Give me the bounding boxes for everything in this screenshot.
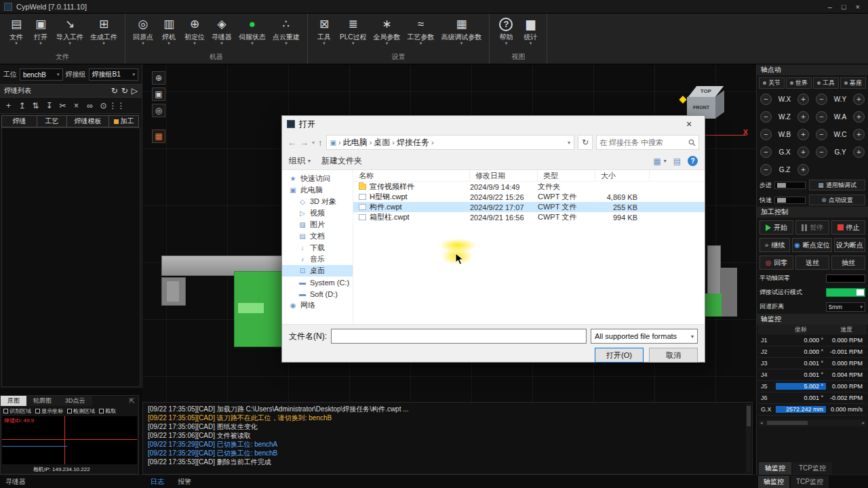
jog-mode-button[interactable]: 基座 (840, 77, 866, 89)
ribbon-button[interactable]: ↘ 导入工件 ▾ (53, 15, 87, 51)
ribbon-button[interactable]: ≈ 工艺参数 ▾ (403, 15, 437, 51)
ribbon-button[interactable]: ▦ 高级调试参数 ▾ (437, 15, 485, 51)
view-mode-icon[interactable]: ▦ (653, 157, 660, 166)
expand-icon[interactable]: ⇱ (130, 397, 138, 405)
file-row[interactable]: 构件.cwpt 2024/9/22 17:07 CWPT 文件 255 KB (353, 202, 705, 212)
jog-plus-button[interactable]: + (797, 94, 809, 105)
seeker-option-checkbox[interactable]: 识别区域 (3, 407, 31, 415)
sidebar-item[interactable]: ▬ System (C:) (282, 277, 353, 288)
delete-icon[interactable]: × (71, 100, 82, 111)
open-button[interactable]: 打开(O) (595, 348, 644, 363)
back-button[interactable]: ← (288, 138, 296, 148)
jog-minus-button[interactable]: − (816, 111, 827, 123)
add-seam-icon[interactable]: + (3, 100, 14, 111)
file-row[interactable]: 宣传视频样件 2024/9/9 14:49 文件夹 (353, 182, 705, 192)
home-button[interactable]: ◎ 回零 (760, 256, 793, 270)
sidebar-item[interactable]: ▣ 此电脑 (282, 184, 353, 196)
wire-feed-button[interactable]: 送丝 (795, 256, 829, 270)
file-type-filter-select[interactable]: All supported file formats ▾ (591, 329, 698, 344)
seeker-option-checkbox[interactable]: 截取 (99, 407, 116, 415)
refresh-button[interactable]: ↻ (578, 135, 593, 150)
capture-icon[interactable]: ▦ (152, 129, 165, 143)
ribbon-button[interactable]: ∗ 全局参数 ▾ (370, 15, 403, 51)
jog-minus-button[interactable]: − (816, 129, 827, 140)
ribbon-button[interactable]: ⊕ 初定位 ▾ (181, 15, 208, 51)
start-button[interactable]: 开始 (760, 220, 793, 235)
column-header[interactable]: 焊缝模板 (66, 115, 109, 127)
jog-minus-button[interactable]: − (816, 146, 827, 158)
tab-alarm[interactable]: 报警 (171, 477, 198, 487)
close-button[interactable]: × (856, 3, 860, 11)
filename-input[interactable] (331, 329, 587, 344)
step-slider[interactable] (774, 182, 806, 189)
weld-dry-run-toggle[interactable] (826, 288, 865, 297)
ribbon-button[interactable]: ▤ 文件 ▾ (4, 15, 28, 51)
jog-minus-button[interactable]: − (760, 146, 772, 158)
fit-view-icon[interactable]: ▣ (152, 87, 165, 101)
weld-group-select[interactable]: 焊接组B1 ▾ (89, 68, 138, 81)
seeker-option-checkbox[interactable]: 检测区域 (67, 407, 95, 415)
dialog-close-button[interactable]: × (678, 119, 700, 129)
camera-image[interactable]: 焊缝ID: 49.9 (2, 416, 137, 464)
column-header[interactable]: 焊缝 (1, 115, 37, 127)
columns-icon[interactable]: ⋮⋮ (111, 100, 123, 111)
scrollbar-thumb[interactable] (747, 406, 751, 426)
jog-minus-button[interactable]: − (760, 164, 772, 176)
jog-plus-button[interactable]: + (797, 129, 809, 140)
file-row[interactable]: 箱型柱.cwpt 2024/9/21 16:56 CWPT 文件 994 KB (353, 212, 705, 222)
ribbon-button[interactable]: ⊠ 工具 ▾ (312, 15, 336, 51)
ribbon-button[interactable]: ▥ 焊机 ▾ (157, 15, 181, 51)
breadcrumb-segment[interactable]: 桌面 (374, 137, 390, 148)
ribbon-button[interactable]: ? 帮助 ▾ (494, 15, 518, 51)
sidebar-item[interactable]: ▬ Soft (D:) (282, 288, 353, 300)
tab-log[interactable]: 日志 (144, 477, 171, 487)
sidebar-item[interactable]: ▨ 图片 (282, 219, 353, 230)
sidebar-item[interactable]: ◉ 网络 (282, 300, 353, 311)
history-dropdown-icon[interactable]: ▾ (312, 140, 315, 146)
ribbon-button[interactable]: ∴ 点云重建 ▾ (269, 15, 303, 51)
column-header-size[interactable]: 大小 (595, 170, 650, 181)
ribbon-button[interactable]: ● 伺服状态 ▾ (235, 15, 269, 51)
new-folder-button[interactable]: 新建文件夹 (321, 155, 362, 167)
search-input[interactable] (599, 138, 688, 146)
breakpoint-locate-button[interactable]: ◉ 断点定位 (792, 238, 832, 252)
generic-axis-debug-button[interactable]: ▦ 通用轴调试 (809, 180, 865, 190)
jog-mode-button[interactable]: 关节 (759, 77, 785, 89)
seam-finder-dock-tab[interactable]: 寻缝器 (0, 477, 144, 487)
breadcrumb-segment[interactable]: 焊接任务 (397, 137, 429, 148)
sidebar-item[interactable]: ★ 快速访问 (282, 173, 353, 184)
jog-minus-button[interactable]: − (760, 129, 772, 140)
seam-finder-tab[interactable]: 轮廓图 (26, 396, 58, 406)
move-top-icon[interactable]: ↥ (16, 100, 28, 111)
log-scrollbar[interactable] (746, 404, 751, 472)
file-row[interactable]: H型钢.cwpt 2024/9/22 15:26 CWPT 文件 4,869 K… (353, 192, 705, 202)
organize-button[interactable]: 组织 (289, 155, 305, 167)
jog-minus-button[interactable]: − (816, 94, 827, 105)
sync-icon[interactable]: ↻ (121, 86, 128, 96)
refresh-icon[interactable]: ↻ (111, 86, 118, 96)
jog-mode-button[interactable]: 工具 (813, 77, 839, 89)
scrollbar-thumb[interactable] (767, 421, 808, 425)
set-breakpoint-button[interactable]: 设为断点 (834, 238, 865, 252)
sidebar-item[interactable]: ↓ 下载 (282, 242, 353, 253)
breadcrumb-segment[interactable]: 此电脑 (343, 137, 368, 148)
up-button[interactable]: ↑ (318, 138, 323, 148)
jog-plus-button[interactable]: + (797, 164, 809, 176)
minimize-button[interactable]: – (828, 3, 832, 11)
ribbon-button[interactable]: ▆ 统计 ▾ (518, 15, 542, 51)
sidebar-item[interactable]: ◇ 3D 对象 (282, 196, 353, 207)
swap-order-icon[interactable]: ⇅ (30, 100, 41, 111)
jog-plus-button[interactable]: + (797, 146, 809, 158)
stop-button[interactable]: 停止 (831, 220, 865, 235)
search-box[interactable] (596, 135, 699, 150)
jog-mode-button[interactable]: 世界 (786, 77, 812, 89)
sidebar-item[interactable]: ⊡ 桌面 (282, 265, 353, 277)
ribbon-button[interactable]: ≣ PLC过程 ▾ (336, 15, 370, 51)
translate-home-indicator[interactable] (826, 274, 865, 283)
seeker-option-checkbox[interactable]: 显示坐标 (35, 407, 63, 415)
jog-plus-button[interactable]: + (853, 111, 865, 123)
jog-plus-button[interactable]: + (853, 146, 865, 158)
cancel-button[interactable]: 取消 (649, 348, 698, 363)
tab-tcp-monitor-bottom[interactable]: TCP监控 (791, 476, 829, 488)
ribbon-button[interactable]: ⊞ 生成工件 ▾ (87, 15, 121, 51)
